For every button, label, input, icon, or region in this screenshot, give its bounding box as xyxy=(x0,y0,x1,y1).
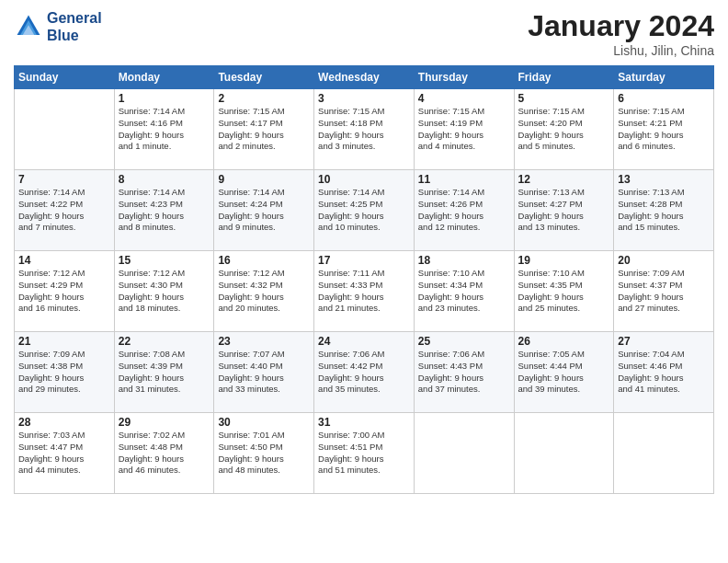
day-info: Sunrise: 7:06 AMSunset: 4:43 PMDaylight:… xyxy=(418,349,510,396)
column-header-tuesday: Tuesday xyxy=(214,66,314,89)
day-number: 24 xyxy=(318,335,410,348)
day-info: Sunrise: 7:04 AMSunset: 4:46 PMDaylight:… xyxy=(618,349,710,396)
day-info: Sunrise: 7:07 AMSunset: 4:40 PMDaylight:… xyxy=(218,349,310,396)
day-info: Sunrise: 7:05 AMSunset: 4:44 PMDaylight:… xyxy=(518,349,610,396)
column-header-thursday: Thursday xyxy=(414,66,514,89)
day-cell: 22Sunrise: 7:08 AMSunset: 4:39 PMDayligh… xyxy=(114,332,214,413)
day-info: Sunrise: 7:00 AMSunset: 4:51 PMDaylight:… xyxy=(318,430,410,477)
week-row-2: 7Sunrise: 7:14 AMSunset: 4:22 PMDaylight… xyxy=(15,170,714,251)
day-info: Sunrise: 7:14 AMSunset: 4:26 PMDaylight:… xyxy=(418,187,510,234)
day-number: 10 xyxy=(318,173,410,186)
day-cell: 28Sunrise: 7:03 AMSunset: 4:47 PMDayligh… xyxy=(15,413,115,494)
day-info: Sunrise: 7:03 AMSunset: 4:47 PMDaylight:… xyxy=(18,430,110,477)
page: General Blue January 2024 Lishu, Jilin, … xyxy=(0,0,728,563)
day-cell: 11Sunrise: 7:14 AMSunset: 4:26 PMDayligh… xyxy=(414,170,514,251)
day-info: Sunrise: 7:15 AMSunset: 4:18 PMDaylight:… xyxy=(318,106,410,153)
day-cell: 4Sunrise: 7:15 AMSunset: 4:19 PMDaylight… xyxy=(414,89,514,170)
day-number: 13 xyxy=(618,173,710,186)
day-number: 9 xyxy=(218,173,310,186)
day-number: 23 xyxy=(218,335,310,348)
week-row-3: 14Sunrise: 7:12 AMSunset: 4:29 PMDayligh… xyxy=(15,251,714,332)
day-number: 17 xyxy=(318,254,410,267)
day-cell: 14Sunrise: 7:12 AMSunset: 4:29 PMDayligh… xyxy=(15,251,115,332)
day-number: 31 xyxy=(318,416,410,429)
day-number: 1 xyxy=(119,92,210,105)
day-info: Sunrise: 7:08 AMSunset: 4:39 PMDaylight:… xyxy=(119,349,210,396)
day-cell: 2Sunrise: 7:15 AMSunset: 4:17 PMDaylight… xyxy=(214,89,314,170)
day-cell: 10Sunrise: 7:14 AMSunset: 4:25 PMDayligh… xyxy=(314,170,415,251)
day-cell: 9Sunrise: 7:14 AMSunset: 4:24 PMDaylight… xyxy=(214,170,314,251)
day-info: Sunrise: 7:15 AMSunset: 4:20 PMDaylight:… xyxy=(518,106,610,153)
day-number: 6 xyxy=(618,92,710,105)
subtitle: Lishu, Jilin, China xyxy=(528,43,714,58)
day-number: 20 xyxy=(618,254,710,267)
calendar-table: SundayMondayTuesdayWednesdayThursdayFrid… xyxy=(14,65,714,494)
day-number: 27 xyxy=(618,335,710,348)
logo-text: General Blue xyxy=(47,9,102,44)
day-number: 19 xyxy=(518,254,610,267)
day-number: 11 xyxy=(418,173,510,186)
day-info: Sunrise: 7:12 AMSunset: 4:29 PMDaylight:… xyxy=(18,268,110,315)
day-info: Sunrise: 7:14 AMSunset: 4:25 PMDaylight:… xyxy=(318,187,410,234)
day-info: Sunrise: 7:14 AMSunset: 4:24 PMDaylight:… xyxy=(218,187,310,234)
day-cell xyxy=(414,413,514,494)
column-header-sunday: Sunday xyxy=(15,66,115,89)
day-info: Sunrise: 7:15 AMSunset: 4:17 PMDaylight:… xyxy=(218,106,310,153)
day-info: Sunrise: 7:09 AMSunset: 4:38 PMDaylight:… xyxy=(18,349,110,396)
column-header-monday: Monday xyxy=(114,66,214,89)
day-cell: 12Sunrise: 7:13 AMSunset: 4:27 PMDayligh… xyxy=(514,170,614,251)
day-cell: 8Sunrise: 7:14 AMSunset: 4:23 PMDaylight… xyxy=(114,170,214,251)
day-number: 12 xyxy=(518,173,610,186)
day-cell: 19Sunrise: 7:10 AMSunset: 4:35 PMDayligh… xyxy=(514,251,614,332)
day-number: 25 xyxy=(418,335,510,348)
day-info: Sunrise: 7:13 AMSunset: 4:28 PMDaylight:… xyxy=(618,187,710,234)
day-cell xyxy=(614,413,714,494)
column-headers: SundayMondayTuesdayWednesdayThursdayFrid… xyxy=(15,66,714,89)
day-info: Sunrise: 7:15 AMSunset: 4:19 PMDaylight:… xyxy=(418,106,510,153)
day-cell: 20Sunrise: 7:09 AMSunset: 4:37 PMDayligh… xyxy=(614,251,714,332)
day-number: 7 xyxy=(18,173,110,186)
day-info: Sunrise: 7:14 AMSunset: 4:22 PMDaylight:… xyxy=(18,187,110,234)
day-number: 29 xyxy=(119,416,210,429)
day-cell: 3Sunrise: 7:15 AMSunset: 4:18 PMDaylight… xyxy=(314,89,415,170)
day-number: 18 xyxy=(418,254,510,267)
day-info: Sunrise: 7:10 AMSunset: 4:34 PMDaylight:… xyxy=(418,268,510,315)
day-info: Sunrise: 7:02 AMSunset: 4:48 PMDaylight:… xyxy=(119,430,210,477)
day-cell: 17Sunrise: 7:11 AMSunset: 4:33 PMDayligh… xyxy=(314,251,415,332)
day-info: Sunrise: 7:01 AMSunset: 4:50 PMDaylight:… xyxy=(218,430,310,477)
day-info: Sunrise: 7:14 AMSunset: 4:16 PMDaylight:… xyxy=(119,106,210,153)
day-cell: 1Sunrise: 7:14 AMSunset: 4:16 PMDaylight… xyxy=(114,89,214,170)
day-number: 3 xyxy=(318,92,410,105)
day-cell: 6Sunrise: 7:15 AMSunset: 4:21 PMDaylight… xyxy=(614,89,714,170)
day-cell: 31Sunrise: 7:00 AMSunset: 4:51 PMDayligh… xyxy=(314,413,415,494)
week-row-1: 1Sunrise: 7:14 AMSunset: 4:16 PMDaylight… xyxy=(15,89,714,170)
day-info: Sunrise: 7:15 AMSunset: 4:21 PMDaylight:… xyxy=(618,106,710,153)
day-number: 2 xyxy=(218,92,310,105)
week-row-5: 28Sunrise: 7:03 AMSunset: 4:47 PMDayligh… xyxy=(15,413,714,494)
day-number: 14 xyxy=(18,254,110,267)
day-cell: 18Sunrise: 7:10 AMSunset: 4:34 PMDayligh… xyxy=(414,251,514,332)
header: General Blue January 2024 Lishu, Jilin, … xyxy=(14,9,714,58)
day-number: 26 xyxy=(518,335,610,348)
day-cell: 30Sunrise: 7:01 AMSunset: 4:50 PMDayligh… xyxy=(214,413,314,494)
day-number: 28 xyxy=(18,416,110,429)
day-number: 16 xyxy=(218,254,310,267)
day-number: 30 xyxy=(218,416,310,429)
day-info: Sunrise: 7:12 AMSunset: 4:32 PMDaylight:… xyxy=(218,268,310,315)
logo: General Blue xyxy=(14,9,102,44)
day-cell: 27Sunrise: 7:04 AMSunset: 4:46 PMDayligh… xyxy=(614,332,714,413)
day-info: Sunrise: 7:12 AMSunset: 4:30 PMDaylight:… xyxy=(119,268,210,315)
day-cell: 5Sunrise: 7:15 AMSunset: 4:20 PMDaylight… xyxy=(514,89,614,170)
day-number: 4 xyxy=(418,92,510,105)
day-info: Sunrise: 7:11 AMSunset: 4:33 PMDaylight:… xyxy=(318,268,410,315)
day-cell: 23Sunrise: 7:07 AMSunset: 4:40 PMDayligh… xyxy=(214,332,314,413)
day-info: Sunrise: 7:10 AMSunset: 4:35 PMDaylight:… xyxy=(518,268,610,315)
column-header-wednesday: Wednesday xyxy=(314,66,415,89)
day-cell: 16Sunrise: 7:12 AMSunset: 4:32 PMDayligh… xyxy=(214,251,314,332)
day-cell: 24Sunrise: 7:06 AMSunset: 4:42 PMDayligh… xyxy=(314,332,415,413)
logo-icon xyxy=(14,12,43,41)
day-info: Sunrise: 7:06 AMSunset: 4:42 PMDaylight:… xyxy=(318,349,410,396)
day-number: 22 xyxy=(119,335,210,348)
day-info: Sunrise: 7:09 AMSunset: 4:37 PMDaylight:… xyxy=(618,268,710,315)
day-cell: 15Sunrise: 7:12 AMSunset: 4:30 PMDayligh… xyxy=(114,251,214,332)
